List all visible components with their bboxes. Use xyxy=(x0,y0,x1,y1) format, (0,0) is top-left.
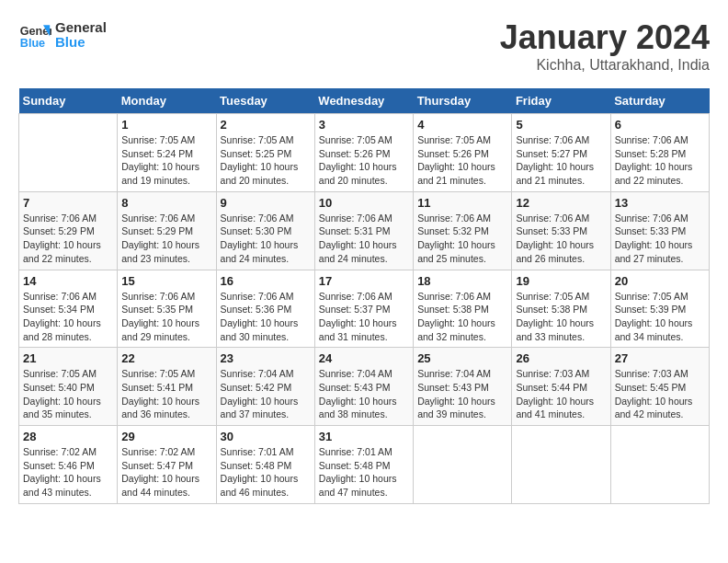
day-info: Sunrise: 7:03 AMSunset: 5:44 PMDaylight:… xyxy=(516,367,606,421)
day-info: Sunrise: 7:06 AMSunset: 5:33 PMDaylight:… xyxy=(615,212,705,266)
day-number: 18 xyxy=(417,274,507,288)
week-row-3: 14Sunrise: 7:06 AMSunset: 5:34 PMDayligh… xyxy=(19,270,710,348)
page-header: General Blue General Blue January 2024 K… xyxy=(18,18,710,74)
day-info: Sunrise: 7:06 AMSunset: 5:38 PMDaylight:… xyxy=(417,290,507,344)
day-number: 17 xyxy=(319,274,409,288)
logo: General Blue General Blue xyxy=(18,18,107,52)
day-number: 25 xyxy=(417,351,507,365)
day-info: Sunrise: 7:06 AMSunset: 5:34 PMDaylight:… xyxy=(23,290,113,344)
day-number: 12 xyxy=(516,196,606,210)
day-info: Sunrise: 7:05 AMSunset: 5:25 PMDaylight:… xyxy=(221,133,311,188)
header-wednesday: Wednesday xyxy=(314,88,413,114)
day-number: 16 xyxy=(221,274,311,288)
day-number: 11 xyxy=(417,196,507,210)
month-title: January 2024 xyxy=(500,18,710,57)
day-cell: 30Sunrise: 7:01 AMSunset: 5:48 PMDayligh… xyxy=(216,426,314,504)
day-number: 10 xyxy=(319,196,409,210)
day-info: Sunrise: 7:06 AMSunset: 5:31 PMDaylight:… xyxy=(319,212,409,266)
header-row: SundayMondayTuesdayWednesdayThursdayFrid… xyxy=(19,88,710,114)
day-number: 6 xyxy=(615,118,705,132)
day-info: Sunrise: 7:06 AMSunset: 5:29 PMDaylight:… xyxy=(23,212,113,266)
day-cell: 20Sunrise: 7:05 AMSunset: 5:39 PMDayligh… xyxy=(610,270,709,348)
day-info: Sunrise: 7:04 AMSunset: 5:43 PMDaylight:… xyxy=(319,367,409,421)
day-cell: 13Sunrise: 7:06 AMSunset: 5:33 PMDayligh… xyxy=(610,191,709,270)
day-number: 8 xyxy=(121,196,211,210)
day-info: Sunrise: 7:06 AMSunset: 5:27 PMDaylight:… xyxy=(516,133,606,188)
day-number: 26 xyxy=(516,351,606,365)
day-cell: 7Sunrise: 7:06 AMSunset: 5:29 PMDaylight… xyxy=(19,191,118,270)
day-cell: 10Sunrise: 7:06 AMSunset: 5:31 PMDayligh… xyxy=(314,191,413,270)
day-number: 27 xyxy=(615,351,705,365)
logo-line1: General xyxy=(55,20,107,36)
day-cell: 29Sunrise: 7:02 AMSunset: 5:47 PMDayligh… xyxy=(118,426,216,504)
day-number: 5 xyxy=(516,118,606,132)
day-info: Sunrise: 7:01 AMSunset: 5:48 PMDaylight:… xyxy=(319,445,409,500)
day-info: Sunrise: 7:02 AMSunset: 5:47 PMDaylight:… xyxy=(121,445,211,500)
header-monday: Monday xyxy=(118,88,216,114)
day-number: 19 xyxy=(516,274,606,288)
day-number: 28 xyxy=(23,430,113,443)
day-info: Sunrise: 7:02 AMSunset: 5:46 PMDaylight:… xyxy=(23,445,113,500)
day-cell xyxy=(414,426,512,504)
day-cell xyxy=(610,426,709,504)
day-cell: 3Sunrise: 7:05 AMSunset: 5:26 PMDaylight… xyxy=(314,114,413,192)
day-number: 23 xyxy=(221,351,311,365)
week-row-1: 1Sunrise: 7:05 AMSunset: 5:24 PMDaylight… xyxy=(19,114,710,192)
location: Kichha, Uttarakhand, India xyxy=(500,57,710,74)
day-number: 22 xyxy=(121,351,211,365)
day-number: 4 xyxy=(417,118,507,132)
day-cell: 25Sunrise: 7:04 AMSunset: 5:43 PMDayligh… xyxy=(414,348,512,426)
day-cell: 18Sunrise: 7:06 AMSunset: 5:38 PMDayligh… xyxy=(414,270,512,348)
day-cell: 6Sunrise: 7:06 AMSunset: 5:28 PMDaylight… xyxy=(610,114,709,192)
day-cell: 12Sunrise: 7:06 AMSunset: 5:33 PMDayligh… xyxy=(512,191,610,270)
week-row-4: 21Sunrise: 7:05 AMSunset: 5:40 PMDayligh… xyxy=(19,348,710,426)
day-info: Sunrise: 7:05 AMSunset: 5:24 PMDaylight:… xyxy=(121,133,211,188)
day-cell: 26Sunrise: 7:03 AMSunset: 5:44 PMDayligh… xyxy=(512,348,610,426)
day-number: 14 xyxy=(23,274,113,288)
day-info: Sunrise: 7:06 AMSunset: 5:28 PMDaylight:… xyxy=(615,133,705,188)
title-area: January 2024 Kichha, Uttarakhand, India xyxy=(500,18,710,74)
day-info: Sunrise: 7:06 AMSunset: 5:37 PMDaylight:… xyxy=(319,290,409,344)
week-row-2: 7Sunrise: 7:06 AMSunset: 5:29 PMDaylight… xyxy=(19,191,710,270)
day-number: 30 xyxy=(221,430,311,443)
day-number: 2 xyxy=(221,118,311,132)
day-info: Sunrise: 7:05 AMSunset: 5:26 PMDaylight:… xyxy=(319,133,409,188)
day-cell: 21Sunrise: 7:05 AMSunset: 5:40 PMDayligh… xyxy=(19,348,118,426)
day-info: Sunrise: 7:05 AMSunset: 5:40 PMDaylight:… xyxy=(23,367,113,421)
day-cell: 19Sunrise: 7:05 AMSunset: 5:38 PMDayligh… xyxy=(512,270,610,348)
day-number: 31 xyxy=(319,430,409,443)
day-cell: 27Sunrise: 7:03 AMSunset: 5:45 PMDayligh… xyxy=(610,348,709,426)
day-cell: 23Sunrise: 7:04 AMSunset: 5:42 PMDayligh… xyxy=(216,348,314,426)
day-info: Sunrise: 7:06 AMSunset: 5:35 PMDaylight:… xyxy=(121,290,211,344)
day-cell xyxy=(19,114,118,192)
day-number: 24 xyxy=(319,351,409,365)
day-cell: 9Sunrise: 7:06 AMSunset: 5:30 PMDaylight… xyxy=(216,191,314,270)
day-info: Sunrise: 7:04 AMSunset: 5:42 PMDaylight:… xyxy=(221,367,311,421)
day-info: Sunrise: 7:05 AMSunset: 5:26 PMDaylight:… xyxy=(417,133,507,188)
day-number: 9 xyxy=(221,196,311,210)
header-thursday: Thursday xyxy=(414,88,512,114)
header-saturday: Saturday xyxy=(610,88,709,114)
day-cell xyxy=(512,426,610,504)
day-number: 21 xyxy=(23,351,113,365)
calendar-table: SundayMondayTuesdayWednesdayThursdayFrid… xyxy=(18,88,710,504)
day-info: Sunrise: 7:05 AMSunset: 5:39 PMDaylight:… xyxy=(615,290,705,344)
day-info: Sunrise: 7:06 AMSunset: 5:29 PMDaylight:… xyxy=(121,212,211,266)
day-cell: 1Sunrise: 7:05 AMSunset: 5:24 PMDaylight… xyxy=(118,114,216,192)
day-info: Sunrise: 7:06 AMSunset: 5:30 PMDaylight:… xyxy=(221,212,311,266)
logo-line2: Blue xyxy=(55,35,107,51)
day-cell: 2Sunrise: 7:05 AMSunset: 5:25 PMDaylight… xyxy=(216,114,314,192)
day-cell: 4Sunrise: 7:05 AMSunset: 5:26 PMDaylight… xyxy=(414,114,512,192)
day-info: Sunrise: 7:06 AMSunset: 5:36 PMDaylight:… xyxy=(221,290,311,344)
header-sunday: Sunday xyxy=(19,88,118,114)
day-cell: 14Sunrise: 7:06 AMSunset: 5:34 PMDayligh… xyxy=(19,270,118,348)
day-cell: 31Sunrise: 7:01 AMSunset: 5:48 PMDayligh… xyxy=(314,426,413,504)
logo-icon: General Blue xyxy=(18,18,51,52)
day-info: Sunrise: 7:04 AMSunset: 5:43 PMDaylight:… xyxy=(417,367,507,421)
day-info: Sunrise: 7:01 AMSunset: 5:48 PMDaylight:… xyxy=(221,445,311,500)
day-cell: 16Sunrise: 7:06 AMSunset: 5:36 PMDayligh… xyxy=(216,270,314,348)
header-tuesday: Tuesday xyxy=(216,88,314,114)
day-cell: 22Sunrise: 7:05 AMSunset: 5:41 PMDayligh… xyxy=(118,348,216,426)
day-cell: 11Sunrise: 7:06 AMSunset: 5:32 PMDayligh… xyxy=(414,191,512,270)
day-cell: 5Sunrise: 7:06 AMSunset: 5:27 PMDaylight… xyxy=(512,114,610,192)
